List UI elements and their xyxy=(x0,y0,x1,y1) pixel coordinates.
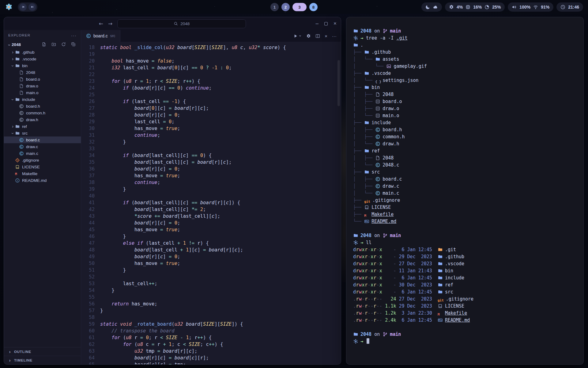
folder-icon xyxy=(15,124,20,129)
explorer-item-bin[interactable]: ›bin xyxy=(4,62,81,69)
explorer-item-main.c[interactable]: ›main.c xyxy=(4,150,81,157)
media-prev-button[interactable] xyxy=(19,3,27,11)
workspace-1[interactable]: 1 xyxy=(270,3,279,11)
audio-network-module[interactable]: 100%91% xyxy=(508,2,553,12)
vscode-main: EXPLORER ··· › 2048 ›.github›.vscode›bin… xyxy=(4,30,341,364)
code-line-25: 25 xyxy=(81,91,341,98)
explorer-item-board.c[interactable]: ›board.c xyxy=(4,136,81,143)
more-actions-button[interactable]: ··· xyxy=(332,33,337,39)
chevron-icon: › xyxy=(10,131,15,136)
code-line-62: 62 for (u8 c = r + 1; c < SIZE; c++) { xyxy=(81,341,341,348)
code-line-58: 58 xyxy=(81,314,341,321)
explorer-root[interactable]: › 2048 xyxy=(4,40,81,49)
folder-icon xyxy=(15,57,20,61)
chevron-icon: › xyxy=(10,50,15,55)
explorer-item-ref[interactable]: ›ref xyxy=(4,123,81,130)
tree-line: │ └── assets xyxy=(353,56,577,63)
nav-forward-button[interactable]: → xyxy=(108,21,112,27)
explorer-item-Makefile[interactable]: ›MMakefile xyxy=(4,170,81,177)
explorer-item-draw.c[interactable]: ›draw.c xyxy=(4,143,81,150)
c-icon xyxy=(375,163,380,167)
ll-line: drwxr-xr-x - 6 Jan 12:45 include xyxy=(353,274,577,282)
folder-icon xyxy=(364,170,369,174)
collapse-all-button[interactable] xyxy=(71,42,78,48)
explorer-item-include[interactable]: ›include xyxy=(4,96,81,103)
explorer-item-src[interactable]: ›src xyxy=(4,130,81,136)
terminal-cursor[interactable] xyxy=(367,338,369,344)
search-box[interactable]: 2048 xyxy=(117,19,246,28)
new-folder-button[interactable] xyxy=(51,42,58,48)
clock-module[interactable]: 21:46 xyxy=(556,2,583,12)
tree-line: │ └── 2048.c xyxy=(353,162,577,169)
launcher-icon[interactable] xyxy=(5,3,13,11)
braces-icon: { } xyxy=(375,78,380,83)
code-line-38: 38 continue; xyxy=(81,179,341,186)
explorer-item-.gitignore[interactable]: ›.gitignore xyxy=(4,157,81,163)
refresh-button[interactable] xyxy=(61,42,68,48)
code-line-51: 51 } xyxy=(81,267,341,274)
code-line-63: 63 u32 tmp = board[r][c]; xyxy=(81,348,341,355)
explorer-item-board.h[interactable]: ›board.h xyxy=(4,103,81,109)
split-editor-icon xyxy=(315,34,320,38)
split-editor-button[interactable] xyxy=(315,34,320,38)
workspace-3[interactable]: 3 xyxy=(292,3,307,11)
media-controls xyxy=(18,2,37,12)
tree-line: │ ├── draw.c xyxy=(353,183,577,190)
explorer-item-LICENSE[interactable]: ›LICENSE xyxy=(4,163,81,170)
editor-scrollbar[interactable] xyxy=(337,60,340,106)
close-button[interactable]: × xyxy=(334,21,337,27)
editor-settings-button[interactable] xyxy=(306,34,311,38)
ll-line: drwxr-xr-x - 6 Jan 12:45 .git xyxy=(353,246,577,253)
weather-module[interactable] xyxy=(421,2,442,12)
explorer-item-label: src xyxy=(22,131,28,136)
c-icon xyxy=(375,184,380,189)
new-file-button[interactable] xyxy=(42,42,48,48)
run-button[interactable] xyxy=(293,34,302,38)
folder-icon xyxy=(438,268,443,273)
explorer-more-button[interactable]: ··· xyxy=(71,33,77,38)
cloud-icon xyxy=(433,5,438,10)
minimize-button[interactable]: – xyxy=(316,21,318,27)
explorer-item-main.o[interactable]: ›main.o xyxy=(4,89,81,96)
explorer-item-board.o[interactable]: ›board.o xyxy=(4,76,81,82)
tree-line: ├── src xyxy=(353,169,577,176)
explorer-item-common.h[interactable]: ›common.h xyxy=(4,109,81,116)
code-line-42: 42 board[last_cell][c] *= 2; xyxy=(81,206,341,213)
explorer-item-label: main.c xyxy=(26,151,38,156)
tree-line: │ └── { }settings.json xyxy=(353,77,577,84)
prompt-header: 2048 on main xyxy=(353,232,577,239)
panel-timeline[interactable]: ›TIMELINE xyxy=(4,356,81,364)
code-line-44: 44 board[r][c] = 0; xyxy=(81,220,341,226)
explorer-item-label: include xyxy=(22,97,35,102)
panel-outline[interactable]: ›OUTLINE xyxy=(4,347,81,356)
gear-value: 4% xyxy=(457,5,463,10)
book-icon xyxy=(15,165,20,169)
tree-line: │ └── main.c xyxy=(353,190,577,197)
nav-back-button[interactable]: ← xyxy=(99,21,103,27)
workspace-2[interactable]: 2 xyxy=(281,3,290,11)
desktop: 1238 4%16%25% 100%91% 21:46 ← → 2048 – × xyxy=(0,0,588,368)
system-stats-module[interactable]: 4%16%25% xyxy=(445,2,505,12)
explorer-item-.github[interactable]: ›.github xyxy=(4,49,81,56)
tab-label: board.c xyxy=(93,33,108,38)
close-editor-button[interactable]: × xyxy=(325,33,327,39)
prompt-header: 2048 on main xyxy=(353,28,577,35)
window-controls: – × xyxy=(316,21,337,27)
terminal-content[interactable]: 2048 on main→ tree -a -I .git.├── .githu… xyxy=(346,17,583,364)
explorer-item-draw.h[interactable]: ›draw.h xyxy=(4,116,81,123)
maximize-button[interactable] xyxy=(324,22,328,25)
folder-icon xyxy=(364,50,369,55)
workspace-8[interactable]: 8 xyxy=(309,3,318,11)
explorer-item-README.md[interactable]: ›README.md xyxy=(4,177,81,184)
code-editor[interactable]: 18static bool _slide_col(u32 board[SIZE]… xyxy=(81,42,341,364)
explorer-item-2048[interactable]: ›2048 xyxy=(4,69,81,76)
tab-board.c[interactable]: board.c src xyxy=(81,30,120,42)
play-icon xyxy=(293,34,298,38)
explorer-item-.vscode[interactable]: ›.vscode xyxy=(4,56,81,62)
media-next-button[interactable] xyxy=(28,3,36,11)
info-icon xyxy=(15,178,20,183)
folder-icon xyxy=(438,254,443,259)
git-icon: git xyxy=(438,297,444,301)
explorer-item-draw.o[interactable]: ›draw.o xyxy=(4,82,81,89)
md-icon xyxy=(364,219,369,224)
